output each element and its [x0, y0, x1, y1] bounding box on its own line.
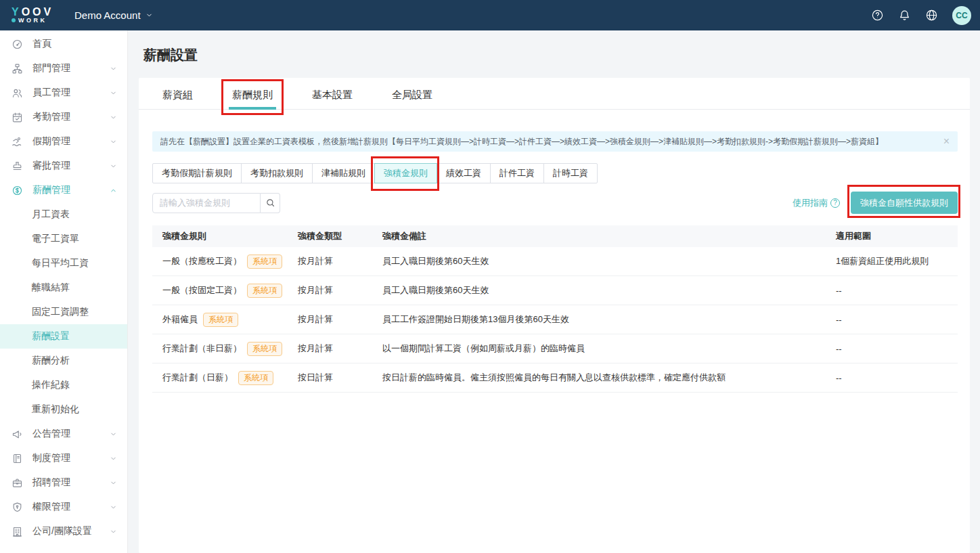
sidebar-item-permissions[interactable]: 權限管理	[0, 495, 127, 519]
dollar-circle-icon	[12, 185, 24, 196]
rule-scope: --	[836, 344, 958, 354]
chevron-down-icon	[110, 479, 117, 487]
logo-dot	[12, 18, 16, 22]
sidebar-item-approvals[interactable]: 審批管理	[0, 154, 127, 178]
system-item-badge: 系統項	[238, 371, 273, 385]
table-row[interactable]: 外籍僱員系統項 按月計算 員工工作簽證開始日期後第13個月後第60天生效 --	[152, 305, 958, 334]
building-icon	[12, 526, 24, 537]
tab-salary-group[interactable]: 薪資組	[162, 78, 193, 109]
sidebar-subitem-final-settlement[interactable]: 離職結算	[0, 275, 127, 300]
rule-name: 一般（按固定工資）	[162, 284, 242, 296]
table-row[interactable]: 一般（按固定工資）系統項 按月計算 員工入職日期後第60天生效 --	[152, 276, 958, 305]
column-header-remark: 強積金備註	[372, 230, 836, 242]
tab-global-settings[interactable]: 全局設置	[392, 78, 432, 109]
sidebar-item-payroll[interactable]: 薪酬管理	[0, 178, 127, 202]
rule-type: 按月計算	[288, 284, 372, 296]
sidebar-subitem-payroll-settings[interactable]: 薪酬設置	[0, 324, 127, 349]
info-banner-text: 請先在【薪酬設置】設置企業的工資表模板，然後新增計薪規則【每日平均工資規則—>計…	[160, 136, 883, 148]
mpf-voluntary-contribution-rules-button[interactable]: 強積金自願性供款規則	[851, 192, 958, 214]
notifications-bell-icon[interactable]	[898, 9, 911, 22]
sidebar: 首頁 部門管理 員工管理 考勤管理 假期管理 審批管理	[0, 30, 128, 553]
chevron-down-icon	[110, 65, 117, 72]
subtab-attendance-deduction-rules[interactable]: 考勤扣款規則	[241, 163, 313, 183]
toolbar-right: 使用指南 ? 強積金自願性供款規則	[793, 192, 958, 214]
system-item-badge: 系統項	[247, 342, 282, 356]
search-group	[152, 193, 280, 213]
sidebar-subitem-daily-average-wage[interactable]: 每日平均工資	[0, 251, 127, 275]
table-row[interactable]: 一般（按應稅工資）系統項 按月計算 員工入職日期後第60天生效 1個薪資組正使用…	[152, 247, 958, 276]
help-icon[interactable]	[871, 9, 884, 22]
yoov-work-logo[interactable]: YOOV WORK	[0, 7, 65, 24]
stamp-icon	[12, 160, 24, 172]
chevron-down-icon	[110, 89, 117, 97]
account-name: Demo Account	[74, 9, 141, 21]
sidebar-item-attendance[interactable]: 考勤管理	[0, 105, 127, 129]
question-circle-icon: ?	[830, 198, 840, 208]
main-content: 薪酬設置 薪資組 薪酬規則 基本設置 全局設置 請先在【薪酬設置】設置企業的工資…	[128, 30, 980, 553]
sidebar-subitem-epayslip[interactable]: 電子工資單	[0, 227, 127, 251]
system-item-badge: 系統項	[203, 313, 238, 327]
top-navbar: YOOV WORK Demo Account CC	[0, 0, 980, 30]
search-input[interactable]	[152, 193, 261, 213]
sidebar-subitem-reinitialize[interactable]: 重新初始化	[0, 397, 127, 422]
mpf-rules-table: 強積金規則 強積金類型 強積金備註 適用範圍 一般（按應稅工資）系統項 按月計算…	[152, 225, 958, 393]
people-icon	[12, 87, 24, 99]
sidebar-item-policies[interactable]: 制度管理	[0, 446, 127, 470]
sidebar-item-departments[interactable]: 部門管理	[0, 56, 127, 81]
table-row[interactable]: 行業計劃（非日薪）系統項 按月計算 以一個期間計算工資（例如周薪或月薪）的臨時僱…	[152, 334, 958, 363]
sidebar-subitem-operation-log[interactable]: 操作紀錄	[0, 373, 127, 397]
subtab-attendance-leave-payroll-rules[interactable]: 考勤假期計薪規則	[152, 163, 242, 183]
subtab-hourly-wage[interactable]: 計時工資	[543, 163, 598, 183]
search-button[interactable]	[261, 193, 280, 213]
table-header-row: 強積金規則 強積金類型 強積金備註 適用範圍	[152, 225, 958, 247]
system-item-badge: 系統項	[247, 284, 282, 298]
calendar-check-icon	[12, 112, 24, 123]
search-icon	[265, 198, 275, 208]
chevron-down-icon	[110, 138, 117, 146]
rule-remark: 按日計薪的臨時僱員。僱主須按照僱員的每日有關入息以查核供款標準，確定應付供款額	[372, 372, 836, 384]
logo-subtext: WORK	[18, 17, 47, 24]
subtab-performance-wage[interactable]: 績效工資	[437, 163, 491, 183]
sidebar-item-home[interactable]: 首頁	[0, 32, 127, 56]
subtab-mpf-rules[interactable]: 強積金規則	[374, 163, 437, 183]
sidebar-subitem-fixed-wage-adjustment[interactable]: 固定工資調整	[0, 300, 127, 324]
rule-type-button-group: 考勤假期計薪規則 考勤扣款規則 津補貼規則 強積金規則 績效工資 計件工資 計時…	[152, 163, 958, 183]
chevron-down-icon	[110, 162, 117, 170]
sidebar-item-announcements[interactable]: 公告管理	[0, 422, 127, 446]
sidebar-item-company-settings[interactable]: 公司/團隊設置	[0, 519, 127, 544]
rule-scope: --	[836, 286, 958, 296]
rule-type: 按月計算	[288, 313, 372, 326]
chevron-down-icon	[110, 430, 117, 438]
sidebar-item-employees[interactable]: 員工管理	[0, 81, 127, 105]
org-chart-icon	[12, 63, 24, 74]
tab-basic-settings[interactable]: 基本設置	[312, 78, 353, 109]
chevron-down-icon	[110, 455, 117, 462]
close-icon[interactable]: ×	[937, 136, 950, 147]
avatar[interactable]: CC	[952, 6, 971, 25]
vacation-icon	[12, 136, 24, 148]
navbar-actions: CC	[871, 6, 980, 25]
chevron-down-icon	[110, 528, 117, 535]
sidebar-subitem-monthly-payroll[interactable]: 月工資表	[0, 202, 127, 227]
rule-name: 一般（按應稅工資）	[162, 255, 242, 267]
rule-type: 按日計算	[288, 372, 372, 384]
sidebar-subitem-payroll-analysis[interactable]: 薪酬分析	[0, 349, 127, 373]
rule-name: 行業計劃（非日薪）	[162, 342, 242, 355]
chevron-up-icon	[110, 187, 117, 194]
user-guide-link[interactable]: 使用指南 ?	[793, 197, 840, 209]
rule-remark: 以一個期間計算工資（例如周薪或月薪）的臨時僱員	[372, 342, 836, 355]
subtab-piece-rate-wage[interactable]: 計件工資	[490, 163, 544, 183]
rule-type: 按月計算	[288, 255, 372, 267]
subtab-allowance-rules[interactable]: 津補貼規則	[312, 163, 375, 183]
tab-payroll-rules[interactable]: 薪酬規則	[232, 78, 273, 109]
chevron-down-icon	[110, 114, 117, 121]
rule-remark: 員工入職日期後第60天生效	[372, 284, 836, 296]
sidebar-item-recruitment[interactable]: 招聘管理	[0, 470, 127, 495]
rule-type: 按月計算	[288, 342, 372, 355]
sidebar-item-leave[interactable]: 假期管理	[0, 129, 127, 154]
briefcase-icon	[12, 477, 24, 489]
language-globe-icon[interactable]	[925, 9, 938, 22]
table-row[interactable]: 行業計劃（日薪）系統項 按日計算 按日計薪的臨時僱員。僱主須按照僱員的每日有關入…	[152, 363, 958, 393]
account-switcher[interactable]: Demo Account	[74, 9, 153, 21]
handbook-icon	[12, 453, 24, 464]
